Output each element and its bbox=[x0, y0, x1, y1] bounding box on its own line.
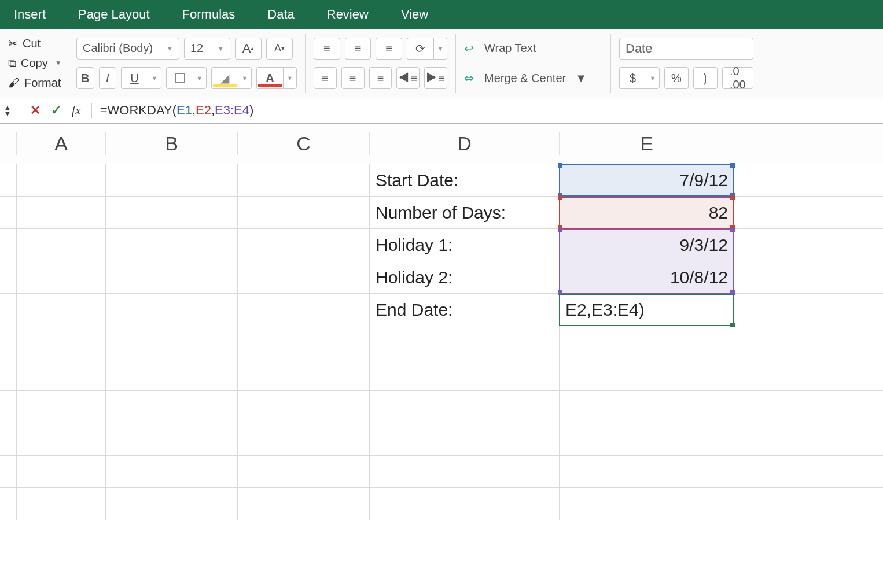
cell-E3[interactable]: 9/3/12 bbox=[559, 229, 734, 261]
row-header-3[interactable] bbox=[0, 229, 16, 261]
border-button[interactable]: ▼ bbox=[166, 67, 207, 89]
row-header-1[interactable] bbox=[0, 164, 16, 196]
cell-A1[interactable] bbox=[16, 164, 105, 196]
menu-review[interactable]: Review bbox=[327, 7, 369, 22]
row-header-5[interactable] bbox=[0, 294, 16, 326]
cell-B3[interactable] bbox=[105, 229, 237, 261]
cell-D1[interactable]: Start Date: bbox=[369, 164, 559, 196]
cell-E9[interactable] bbox=[559, 423, 734, 455]
underline-button[interactable]: U ▼ bbox=[121, 67, 161, 89]
cell-F5[interactable] bbox=[734, 294, 883, 326]
menu-page-layout[interactable]: Page Layout bbox=[78, 7, 150, 22]
italic-button[interactable]: I bbox=[99, 67, 117, 89]
cell-A8[interactable] bbox=[16, 391, 105, 423]
col-header-A[interactable]: A bbox=[16, 132, 105, 155]
align-right-button[interactable] bbox=[369, 67, 392, 89]
font-name-select[interactable]: Calibri (Body) ▼ bbox=[76, 38, 179, 60]
number-format-select[interactable]: Date bbox=[619, 38, 753, 60]
cell-D3[interactable]: Holiday 1: bbox=[369, 229, 559, 261]
cell-C4[interactable] bbox=[237, 261, 369, 293]
align-center-button[interactable] bbox=[341, 67, 365, 89]
cell-C10[interactable] bbox=[237, 456, 369, 487]
cell-B1[interactable] bbox=[105, 164, 237, 196]
cell-B4[interactable] bbox=[105, 261, 237, 293]
cell-A3[interactable] bbox=[16, 229, 105, 261]
cell-D6[interactable] bbox=[369, 326, 559, 358]
align-bottom-button[interactable] bbox=[376, 38, 402, 60]
cell-F9[interactable] bbox=[734, 423, 883, 455]
cell-D5[interactable]: End Date: bbox=[369, 294, 559, 326]
cell-F3[interactable] bbox=[734, 229, 883, 261]
cell-A11[interactable] bbox=[16, 488, 105, 520]
cell-B8[interactable] bbox=[105, 391, 237, 423]
cell-C5[interactable] bbox=[237, 294, 369, 326]
cell-E10[interactable] bbox=[559, 456, 734, 487]
cell-C9[interactable] bbox=[237, 423, 369, 455]
cell-A6[interactable] bbox=[16, 326, 105, 358]
menu-view[interactable]: View bbox=[401, 7, 428, 22]
align-top-button[interactable] bbox=[314, 38, 340, 60]
cell-E11[interactable] bbox=[559, 488, 734, 520]
cell-C3[interactable] bbox=[237, 229, 369, 261]
namebox-stepper[interactable]: ▲▼ bbox=[3, 105, 12, 116]
cell-D9[interactable] bbox=[369, 423, 559, 455]
cell-F11[interactable] bbox=[734, 488, 883, 520]
comma-button[interactable]: ❳ bbox=[693, 67, 718, 89]
col-header-D[interactable]: D bbox=[369, 132, 559, 155]
orientation-button[interactable]: ⟳ ▼ bbox=[407, 38, 447, 60]
cell-B7[interactable] bbox=[105, 358, 237, 390]
col-header-E[interactable]: E bbox=[559, 132, 734, 155]
cell-E4[interactable]: 10/8/12 bbox=[559, 261, 734, 293]
cell-B5[interactable] bbox=[105, 294, 237, 326]
cell-D7[interactable] bbox=[369, 358, 559, 390]
cell-A9[interactable] bbox=[16, 423, 105, 455]
cell-C8[interactable] bbox=[237, 391, 369, 423]
cell-C2[interactable] bbox=[237, 197, 369, 228]
format-painter-button[interactable]: Format bbox=[8, 73, 60, 93]
cell-B11[interactable] bbox=[105, 488, 237, 520]
cell-B9[interactable] bbox=[105, 423, 237, 455]
col-header-B[interactable]: B bbox=[105, 132, 237, 155]
align-left-button[interactable] bbox=[314, 67, 337, 89]
cell-F1[interactable] bbox=[734, 164, 883, 196]
cell-D4[interactable]: Holiday 2: bbox=[369, 261, 559, 293]
cell-C11[interactable] bbox=[237, 488, 369, 520]
row-header-2[interactable] bbox=[0, 197, 16, 228]
bold-button[interactable]: B bbox=[76, 67, 94, 89]
fx-label[interactable]: fx bbox=[72, 103, 81, 118]
cell-D11[interactable] bbox=[369, 488, 559, 520]
cancel-formula-button[interactable]: ✕ bbox=[30, 103, 41, 118]
shrink-font-button[interactable]: A▾ bbox=[266, 38, 293, 60]
cell-A2[interactable] bbox=[16, 197, 105, 228]
cell-F7[interactable] bbox=[734, 358, 883, 390]
cell-A5[interactable] bbox=[16, 294, 105, 326]
formula-input[interactable]: =WORKDAY(E1,E2,E3:E4) bbox=[100, 103, 254, 118]
cell-B6[interactable] bbox=[105, 326, 237, 358]
cell-C7[interactable] bbox=[237, 358, 369, 390]
cell-E7[interactable] bbox=[559, 358, 734, 390]
currency-button[interactable]: $ ▼ bbox=[619, 67, 660, 89]
copy-button[interactable]: Copy ▼ bbox=[8, 54, 60, 73]
cell-E8[interactable] bbox=[559, 391, 734, 423]
grow-font-button[interactable]: A▴ bbox=[235, 38, 262, 60]
font-color-button[interactable]: A ▼ bbox=[256, 67, 297, 89]
cell-A7[interactable] bbox=[16, 358, 105, 390]
menu-data[interactable]: Data bbox=[267, 7, 294, 22]
cell-F2[interactable] bbox=[734, 197, 883, 228]
merge-center-button[interactable]: Merge & Center ▼ bbox=[464, 64, 602, 94]
cell-E1[interactable]: 7/9/12 bbox=[559, 164, 734, 196]
col-header-C[interactable]: C bbox=[237, 132, 369, 155]
wrap-text-button[interactable]: Wrap Text bbox=[464, 34, 602, 64]
cell-F10[interactable] bbox=[734, 456, 883, 487]
cell-D10[interactable] bbox=[369, 456, 559, 487]
cell-E6[interactable] bbox=[559, 326, 734, 358]
cell-A10[interactable] bbox=[16, 456, 105, 487]
cell-E5[interactable]: E2,E3:E4) bbox=[559, 294, 734, 326]
cell-E2[interactable]: 82 bbox=[559, 197, 734, 228]
font-size-select[interactable]: 12 ▼ bbox=[184, 38, 230, 60]
row-header-4[interactable] bbox=[0, 261, 16, 293]
increase-indent-button[interactable]: ⯈≡ bbox=[424, 67, 447, 89]
cell-F6[interactable] bbox=[734, 326, 883, 358]
menu-formulas[interactable]: Formulas bbox=[182, 7, 236, 22]
cut-button[interactable]: Cut bbox=[8, 34, 60, 53]
